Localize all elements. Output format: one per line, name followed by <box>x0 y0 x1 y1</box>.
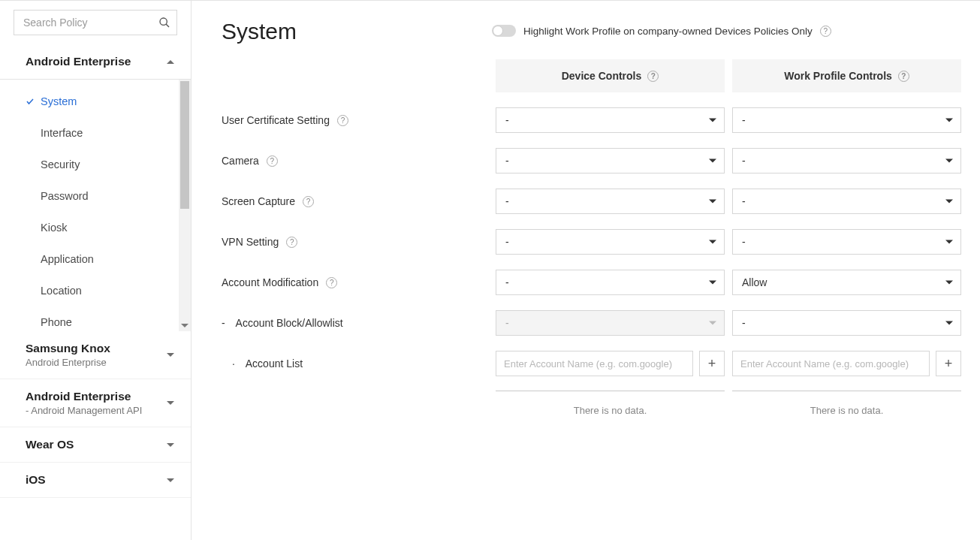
sidebar-group-label: Android Enterprise <box>26 390 142 403</box>
policy-subrow-label: Account List <box>222 344 488 383</box>
check-icon <box>26 97 35 106</box>
sidebar-group-label: iOS <box>26 473 46 487</box>
select-value: - <box>505 317 509 329</box>
sidebar-item-application[interactable]: Application <box>0 243 191 275</box>
divider <box>496 384 725 391</box>
chevron-down-icon <box>167 401 174 405</box>
sidebar-group-android-mgmt-api[interactable]: Android Enterprise - Android Management … <box>0 379 191 427</box>
sidebar-group-label: Wear OS <box>26 438 74 451</box>
caret-down-icon <box>709 159 716 163</box>
caret-down-icon <box>709 321 716 325</box>
sidebar-item-label: Interface <box>41 127 83 139</box>
search-box[interactable] <box>14 10 177 35</box>
sidebar-item-label: Application <box>41 253 94 265</box>
sidebar-item-password[interactable]: Password <box>0 180 191 212</box>
sidebar-group-samsung-knox[interactable]: Samsung Knox Android Enterprise <box>0 331 191 379</box>
select-value: - <box>505 195 509 207</box>
sidebar-group-sublabel: Android Enterprise <box>26 357 110 368</box>
blocklist-work-select[interactable]: - <box>732 310 961 336</box>
screencap-work-select[interactable]: - <box>732 189 961 214</box>
caret-down-icon <box>709 281 716 285</box>
sidebar-item-label: Kiosk <box>41 222 67 234</box>
policy-label-text: Account Block/Allowlist <box>236 317 343 329</box>
no-data-work: There is no data. <box>732 400 961 416</box>
select-value: - <box>505 276 509 288</box>
chevron-down-icon <box>167 478 174 482</box>
policy-row-label: Account Modification ? <box>222 263 488 302</box>
main-content: System Highlight Work Profile on company… <box>191 1 980 540</box>
add-account-device-button[interactable]: + <box>699 351 725 376</box>
acctmod-work-select[interactable]: Allow <box>732 270 961 295</box>
column-header-device: Device Controls ? <box>496 59 725 92</box>
screencap-device-select[interactable]: - <box>496 189 725 214</box>
sidebar-group-wearos[interactable]: Wear OS <box>0 427 191 463</box>
sidebar-item-system[interactable]: System <box>0 86 191 117</box>
sidebar-group-label: Android Enterprise <box>26 55 131 68</box>
help-icon[interactable]: ? <box>647 71 659 82</box>
search-icon <box>158 17 170 29</box>
caret-down-icon <box>945 159 953 163</box>
sidebar-group-android-enterprise[interactable]: Android Enterprise <box>0 44 191 80</box>
sidebar-group-label: Samsung Knox <box>26 342 110 355</box>
policy-label-text: Account List <box>246 357 303 370</box>
sidebar: Android Enterprise System Interface Secu… <box>0 1 191 540</box>
camera-work-select[interactable]: - <box>732 148 961 173</box>
chevron-down-icon <box>167 443 174 447</box>
highlight-label: Highlight Work Profile on company-owned … <box>523 26 813 37</box>
search-input[interactable] <box>22 16 152 29</box>
vpn-device-select[interactable]: - <box>496 229 725 255</box>
sidebar-group-sublabel: - Android Management API <box>26 405 142 416</box>
add-account-work-button[interactable]: + <box>936 351 961 376</box>
sidebar-subnav: System Interface Security Password Kiosk… <box>0 80 191 331</box>
policy-row-label: User Certificate Setting ? <box>222 101 488 140</box>
sidebar-item-label: Security <box>41 158 80 170</box>
caret-down-icon <box>945 119 953 122</box>
sidebar-item-location[interactable]: Location <box>0 275 191 306</box>
acctmod-device-select[interactable]: - <box>496 270 725 295</box>
sidebar-group-ios[interactable]: iOS <box>0 463 191 498</box>
chevron-up-icon <box>167 60 174 64</box>
sidebar-subnav-scroll: System Interface Security Password Kiosk… <box>0 80 191 331</box>
scrollbar[interactable] <box>179 80 191 331</box>
caret-down-icon <box>945 281 953 285</box>
caret-down-icon <box>945 240 953 244</box>
user-cert-work-select[interactable]: - <box>732 107 961 133</box>
help-icon[interactable]: ? <box>286 237 297 248</box>
column-header-label: Work Profile Controls <box>784 70 892 82</box>
sidebar-item-kiosk[interactable]: Kiosk <box>0 212 191 243</box>
select-value: - <box>742 236 746 248</box>
account-name-device-input[interactable] <box>496 351 693 376</box>
help-icon[interactable]: ? <box>337 115 348 126</box>
help-icon[interactable]: ? <box>898 71 909 82</box>
column-header-work: Work Profile Controls ? <box>732 59 961 92</box>
vpn-work-select[interactable]: - <box>732 229 961 255</box>
chevron-down-icon <box>167 353 174 357</box>
svg-point-0 <box>160 18 167 25</box>
scrollbar-thumb[interactable] <box>180 81 189 209</box>
help-icon[interactable]: ? <box>820 26 831 37</box>
svg-line-1 <box>166 24 169 27</box>
page-title: System <box>222 19 462 44</box>
select-value: - <box>505 155 509 167</box>
camera-device-select[interactable]: - <box>496 148 725 173</box>
policy-label-text: Camera <box>222 155 259 167</box>
caret-down-icon <box>709 119 716 122</box>
divider <box>732 384 961 391</box>
select-value: - <box>742 195 746 207</box>
highlight-toggle[interactable] <box>492 25 516 37</box>
toggle-knob <box>493 26 503 36</box>
select-value: - <box>742 114 746 126</box>
help-icon[interactable]: ? <box>303 196 314 207</box>
plus-icon: + <box>708 356 716 372</box>
user-cert-device-select[interactable]: - <box>496 107 725 133</box>
caret-down-icon <box>709 240 716 244</box>
scrollbar-down-button[interactable] <box>179 319 191 331</box>
help-icon[interactable]: ? <box>267 155 278 167</box>
account-name-work-input[interactable] <box>732 351 930 376</box>
sidebar-item-security[interactable]: Security <box>0 149 191 180</box>
sidebar-item-interface[interactable]: Interface <box>0 117 191 149</box>
sidebar-item-phone[interactable]: Phone <box>0 306 191 331</box>
column-header-label: Device Controls <box>562 70 642 82</box>
help-icon[interactable]: ? <box>326 277 337 288</box>
blocklist-device-select: - <box>496 310 725 336</box>
